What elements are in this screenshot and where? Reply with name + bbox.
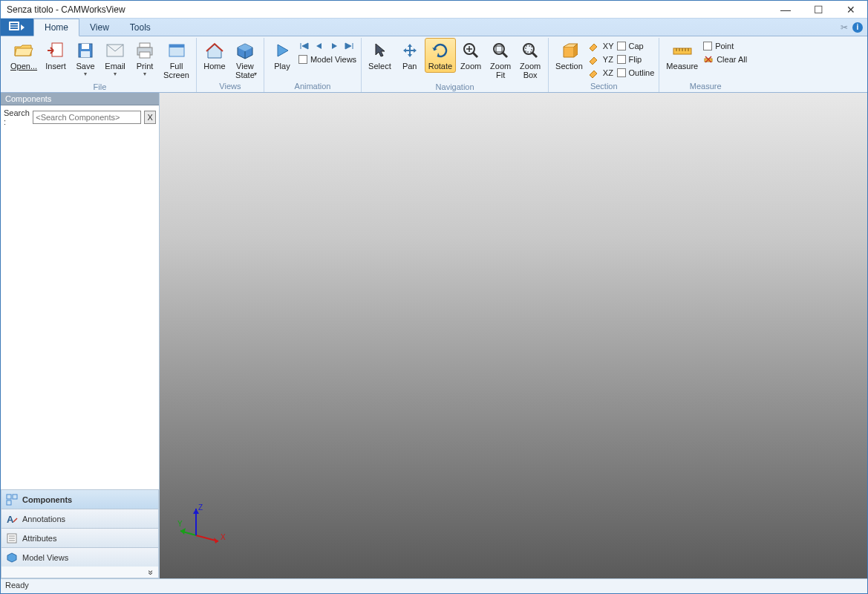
insert-button[interactable]: Insert: [41, 38, 71, 73]
sidebar-tab-attributes[interactable]: Attributes: [1, 528, 159, 547]
zoom-fit-icon: [489, 40, 512, 61]
pan-button[interactable]: Pan: [395, 38, 425, 73]
group-animation: Play Model Views Animation: [264, 38, 362, 92]
group-label-section: Section: [552, 81, 656, 92]
tab-home[interactable]: Home: [33, 19, 79, 36]
component-tree: [1, 129, 159, 489]
print-icon: [134, 40, 156, 61]
ribbon: Open... Insert Save▾ Email▾ Print▾ Full …: [1, 36, 867, 93]
sidebar-tab-modelviews[interactable]: Model Views: [1, 547, 159, 567]
rotate-button[interactable]: Rotate: [425, 38, 456, 73]
svg-text:X: X: [221, 533, 226, 541]
svg-rect-3: [10, 27, 18, 29]
attributes-icon: [6, 532, 18, 544]
tab-tools[interactable]: Tools: [120, 19, 161, 36]
measure-button[interactable]: Measure: [662, 38, 702, 73]
save-button[interactable]: Save▾: [71, 38, 100, 79]
step-back-icon[interactable]: [313, 41, 325, 51]
view-state-button[interactable]: View State▾: [229, 38, 261, 79]
select-button[interactable]: Select: [365, 38, 395, 73]
annotations-icon: A: [6, 513, 18, 525]
zoom-box-icon: [519, 40, 541, 61]
cursor-icon: [368, 40, 391, 61]
group-section: Section XY YZ XZ Cap Flip Outline Sectio…: [549, 38, 659, 92]
email-button[interactable]: Email▾: [100, 38, 130, 79]
print-button[interactable]: Print▾: [130, 38, 160, 79]
svg-rect-2: [10, 25, 18, 27]
section-button[interactable]: Section: [552, 38, 587, 73]
minimize-button[interactable]: —: [769, 1, 802, 19]
group-views: Home View State▾ Views: [197, 38, 264, 92]
play-button[interactable]: Play: [267, 38, 297, 73]
modelviews-icon: [6, 552, 18, 564]
cap-check[interactable]: Cap: [617, 39, 655, 52]
svg-rect-7: [81, 51, 90, 57]
group-label-views: Views: [200, 81, 261, 92]
sidebar-tab-components[interactable]: Components: [1, 489, 159, 509]
group-file: Open... Insert Save▾ Email▾ Print▾ Full …: [4, 38, 197, 92]
svg-rect-13: [169, 45, 184, 48]
svg-point-15: [494, 44, 504, 54]
email-icon: [104, 40, 126, 61]
fullscreen-icon: [166, 40, 188, 61]
save-icon: [74, 40, 97, 61]
zoom-box-button[interactable]: Zoom Box: [515, 38, 545, 82]
home-icon: [203, 40, 226, 61]
animation-step-controls[interactable]: [298, 39, 356, 52]
ruler-icon: [671, 40, 694, 61]
svg-rect-22: [13, 495, 17, 499]
pan-icon: [399, 40, 421, 61]
svg-text:Y: Y: [177, 520, 183, 528]
sidebar-tab-annotations[interactable]: AAnnotations: [1, 509, 159, 528]
group-measure: Measure Point Clear All Measure: [659, 38, 751, 92]
search-input[interactable]: [33, 111, 141, 124]
svg-rect-18: [526, 46, 532, 52]
zoom-icon: [460, 40, 482, 61]
play-icon: [271, 40, 293, 61]
zoom-button[interactable]: Zoom: [456, 38, 486, 73]
yz-plane-button[interactable]: YZ: [588, 53, 614, 65]
step-fwd-icon[interactable]: [328, 41, 340, 51]
help-icon[interactable]: i: [852, 22, 863, 33]
open-button[interactable]: Open...: [7, 38, 41, 73]
model-views-check[interactable]: Model Views: [298, 53, 356, 65]
status-bar: Ready: [1, 578, 867, 593]
svg-rect-9: [140, 43, 150, 48]
home-view-button[interactable]: Home: [200, 38, 229, 73]
xy-plane-button[interactable]: XY: [588, 39, 614, 52]
xz-plane-button[interactable]: XZ: [588, 66, 614, 79]
outline-check[interactable]: Outline: [617, 66, 655, 79]
svg-text:A: A: [7, 514, 14, 525]
panel-header: Components: [1, 93, 159, 105]
sidebar: Components Search : X Components AAnnota…: [1, 93, 160, 578]
group-label-animation: Animation: [267, 81, 358, 92]
section-icon: [558, 40, 580, 61]
svg-rect-16: [496, 46, 502, 52]
insert-icon: [45, 40, 67, 61]
axis-triad: X Y Z: [177, 504, 229, 549]
sidebar-expander[interactable]: »: [1, 567, 159, 578]
search-clear-button[interactable]: X: [144, 111, 156, 124]
maximize-button[interactable]: ☐: [802, 1, 835, 19]
svg-rect-23: [7, 500, 11, 505]
tab-view[interactable]: View: [79, 19, 120, 36]
close-button[interactable]: ✕: [835, 1, 867, 19]
svg-text:Z: Z: [198, 504, 203, 512]
title-bar: Senza titolo - CAMWorksView — ☐ ✕: [1, 1, 867, 19]
fullscreen-button[interactable]: Full Screen: [160, 38, 193, 82]
components-icon: [6, 494, 18, 506]
zoom-fit-button[interactable]: Zoom Fit: [486, 38, 515, 82]
tools-icon[interactable]: ✂: [841, 22, 848, 33]
group-navigation: Select Pan Rotate Zoom Zoom Fit Zoom Box…: [362, 38, 549, 92]
file-menu-button[interactable]: [1, 19, 33, 36]
flip-check[interactable]: Flip: [617, 53, 655, 65]
menu-bar: Home View Tools ✂ i: [1, 19, 867, 36]
cube-icon: [234, 40, 256, 61]
rotate-icon: [429, 40, 451, 61]
clearall-button[interactable]: Clear All: [703, 53, 747, 65]
point-check[interactable]: Point: [703, 39, 747, 52]
skip-end-icon[interactable]: [343, 41, 355, 51]
3d-viewport[interactable]: X Y Z: [160, 93, 867, 578]
skip-start-icon[interactable]: [298, 41, 310, 51]
search-label: Search :: [4, 108, 30, 126]
